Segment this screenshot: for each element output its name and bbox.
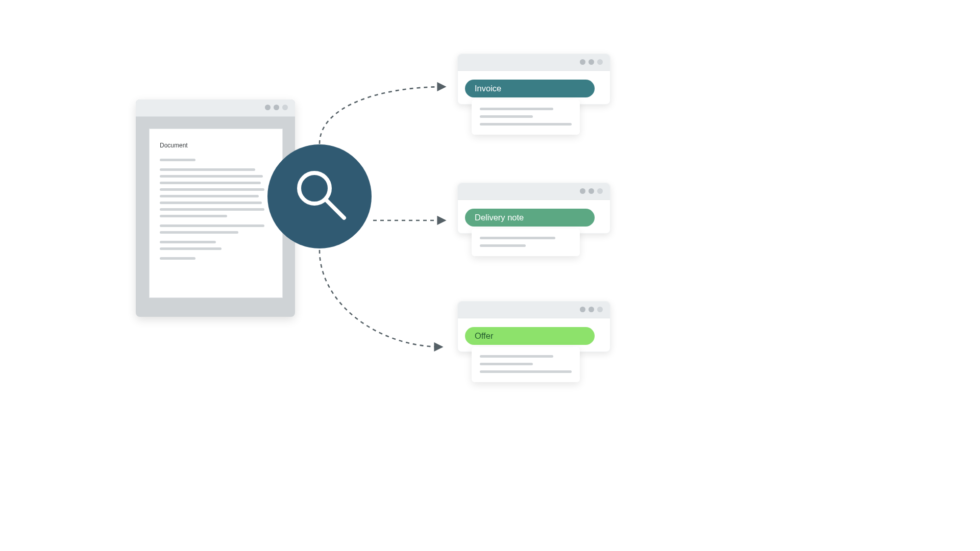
document-page: Document: [149, 129, 283, 298]
document-title: Document: [160, 142, 188, 149]
result-window-titlebar: [458, 54, 610, 71]
result-window-frame: Invoice: [457, 54, 610, 105]
result-category-pill: Invoice: [465, 80, 595, 97]
traffic-light-dots-icon: [580, 59, 603, 65]
source-window-titlebar: [136, 99, 295, 117]
result-card: Invoice: [457, 54, 609, 105]
traffic-light-dots-icon: [580, 307, 603, 312]
result-snippet: [472, 99, 580, 135]
svg-line-2: [326, 200, 344, 218]
result-card: Offer: [457, 301, 609, 352]
result-window-frame: Delivery note: [457, 183, 610, 234]
result-snippet: [472, 229, 580, 256]
result-category-pill: Offer: [465, 327, 595, 345]
traffic-light-dots-icon: [580, 188, 603, 194]
result-window-titlebar: [458, 183, 610, 200]
result-window-frame: Offer: [457, 301, 610, 352]
diagram-stage: Document Inv: [0, 0, 735, 418]
document-body-lines: [160, 159, 272, 264]
magnifier-circle: [267, 144, 372, 248]
result-snippet: [472, 347, 580, 382]
result-card: Delivery note: [457, 183, 609, 234]
result-window-titlebar: [458, 302, 610, 318]
result-category-pill: Delivery note: [465, 209, 595, 227]
magnifying-glass-icon: [294, 168, 350, 224]
traffic-light-dots-icon: [265, 105, 288, 110]
